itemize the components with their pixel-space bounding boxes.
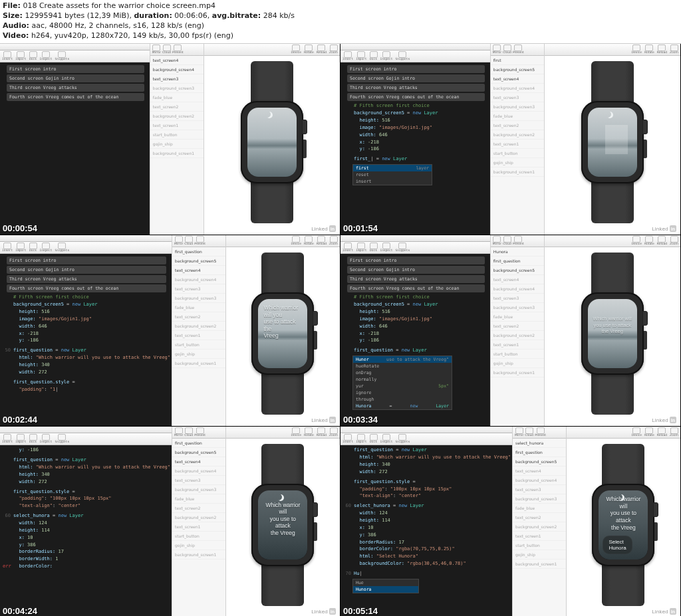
- layer-item[interactable]: background_screen2: [150, 112, 204, 121]
- layer-item[interactable]: background_screen3: [172, 294, 225, 303]
- layer-item[interactable]: text_screen1: [172, 331, 225, 340]
- layer-item[interactable]: text_screen2: [513, 513, 566, 522]
- layer-item[interactable]: background_screen1: [491, 368, 544, 377]
- layer-item[interactable]: select_hunora: [513, 439, 566, 448]
- layer-item[interactable]: fade_blue: [513, 504, 566, 513]
- thumb-6: InsertImportDocsInspectSnippets first_qu…: [340, 427, 681, 616]
- layer-item[interactable]: text_screen3: [172, 476, 225, 485]
- layer-item[interactable]: background_screen3: [172, 485, 225, 494]
- layer-item[interactable]: text_screen4: [491, 74, 544, 84]
- layer-item[interactable]: gojin_ship: [513, 550, 566, 560]
- layer-item[interactable]: text_screen1: [172, 522, 225, 532]
- autocomplete-popup[interactable]: firstlayer reset insert: [352, 164, 432, 185]
- layer-item[interactable]: background_screen4: [491, 284, 544, 294]
- layer-item[interactable]: background_screen4: [491, 84, 544, 93]
- select-hunora-button[interactable]: Select Hunora: [603, 536, 632, 554]
- layer-item[interactable]: fade_blue: [172, 303, 225, 312]
- layer-item[interactable]: background_screen3: [491, 102, 544, 112]
- file-header: File: 018 Create assets for the warrior …: [0, 0, 681, 43]
- layer-item[interactable]: text_screen4: [491, 275, 544, 284]
- layer-item[interactable]: text_screen4: [172, 457, 225, 466]
- layer-item[interactable]: background_screen1: [513, 560, 566, 569]
- layer-item[interactable]: fade_blue: [491, 112, 544, 121]
- layer-item[interactable]: gojin_ship: [150, 140, 204, 149]
- layer-item[interactable]: background_screen4: [172, 275, 225, 284]
- layer-item[interactable]: start_button: [172, 340, 225, 350]
- layer-item[interactable]: background_screen2: [513, 522, 566, 532]
- layer-item[interactable]: Hunora: [491, 247, 544, 257]
- layer-item[interactable]: background_screen3: [513, 494, 566, 504]
- layer-item[interactable]: background_screen1: [491, 167, 544, 177]
- layer-item[interactable]: background_screen3: [150, 84, 204, 93]
- layer-item[interactable]: background_screen5: [513, 457, 566, 466]
- linkedin-watermark: Linkedin: [311, 225, 336, 232]
- thumb-2: InsertImportDocsInspectSnippets First sc…: [340, 44, 681, 235]
- layer-item[interactable]: background_screen5: [491, 65, 544, 74]
- layer-item[interactable]: start_button: [513, 541, 566, 550]
- thumb-3: InsertImportDocsInspectSnippets First sc…: [0, 235, 340, 427]
- layer-item[interactable]: gojin_ship: [172, 541, 225, 550]
- layer-item[interactable]: text_screen1: [491, 140, 544, 149]
- watch-question: Which warrior will you use to attack the…: [262, 304, 303, 340]
- layer-item[interactable]: background_screen1: [172, 550, 225, 560]
- layer-item[interactable]: text_screen2: [172, 312, 225, 322]
- thumbnail-grid: Insert Import Docs Inspect Snippets Firs…: [0, 43, 681, 616]
- watch-preview: [233, 61, 311, 223]
- layer-item[interactable]: text_screen1: [491, 340, 544, 350]
- layer-item[interactable]: first_question: [513, 448, 566, 457]
- layer-item[interactable]: fade_blue: [491, 312, 544, 322]
- layer-item[interactable]: background_screen1: [172, 359, 225, 368]
- layer-item[interactable]: gojin_ship: [172, 350, 225, 359]
- layer-item[interactable]: background_screen2: [491, 130, 544, 140]
- layer-item[interactable]: background_screen2: [491, 331, 544, 340]
- layer-item[interactable]: text_screen2: [491, 322, 544, 331]
- layer-item[interactable]: start_button: [491, 149, 544, 158]
- layer-item[interactable]: background_screen2: [172, 322, 225, 331]
- layer-item[interactable]: text_screen2: [150, 102, 204, 112]
- layer-item[interactable]: gojin_ship: [491, 158, 544, 167]
- thumb-4: InsertImportDocsInspectSnippets First sc…: [340, 235, 681, 427]
- layers-list: text_screen4background_screen4text_scree…: [150, 56, 204, 158]
- layer-item[interactable]: text_screen2: [172, 504, 225, 513]
- layer-item[interactable]: first_question: [491, 257, 544, 266]
- layer-item[interactable]: fade_blue: [172, 494, 225, 504]
- layer-item[interactable]: text_screen2: [491, 121, 544, 130]
- layer-item[interactable]: background_screen3: [491, 303, 544, 312]
- layer-item[interactable]: fade_blue: [150, 93, 204, 102]
- layer-item[interactable]: gojin_ship: [491, 359, 544, 368]
- layer-item[interactable]: start_button: [491, 350, 544, 359]
- layer-item[interactable]: first_question: [172, 439, 225, 448]
- timestamp: 00:00:54: [3, 223, 37, 233]
- layer-item[interactable]: background_screen4: [150, 65, 204, 74]
- layer-item[interactable]: background_screen5: [172, 257, 225, 266]
- layer-item[interactable]: background_screen4: [172, 466, 225, 476]
- layer-item[interactable]: text_screen1: [150, 121, 204, 130]
- layer-item[interactable]: text_screen4: [513, 466, 566, 476]
- thumb-1: Insert Import Docs Inspect Snippets Firs…: [0, 44, 340, 235]
- layer-item[interactable]: text_screen3: [172, 284, 225, 294]
- layer-item[interactable]: text_screen4: [150, 56, 204, 65]
- layer-item[interactable]: first_question: [172, 247, 225, 257]
- layer-item[interactable]: first: [491, 56, 544, 65]
- layer-item[interactable]: text_screen4: [172, 266, 225, 275]
- layer-item[interactable]: background_screen4: [513, 476, 566, 485]
- layer-item[interactable]: text_screen3: [491, 294, 544, 303]
- layer-item[interactable]: text_screen3: [513, 485, 566, 494]
- layer-item[interactable]: background_screen2: [172, 513, 225, 522]
- layer-item[interactable]: text_screen3: [491, 93, 544, 102]
- layer-item[interactable]: text_screen3: [150, 74, 204, 84]
- thumb-5: InsertImportDocsInspectSnippets y: -186 …: [0, 427, 340, 616]
- layer-item[interactable]: start_button: [150, 130, 204, 140]
- layer-item[interactable]: background_screen1: [150, 149, 204, 158]
- layer-item[interactable]: start_button: [172, 532, 225, 541]
- layer-item[interactable]: background_screen5: [491, 266, 544, 275]
- layer-item[interactable]: background_screen5: [172, 448, 225, 457]
- layer-item[interactable]: text_screen1: [513, 532, 566, 541]
- editor-toolbar: Insert Import Docs Inspect Snippets: [0, 51, 150, 62]
